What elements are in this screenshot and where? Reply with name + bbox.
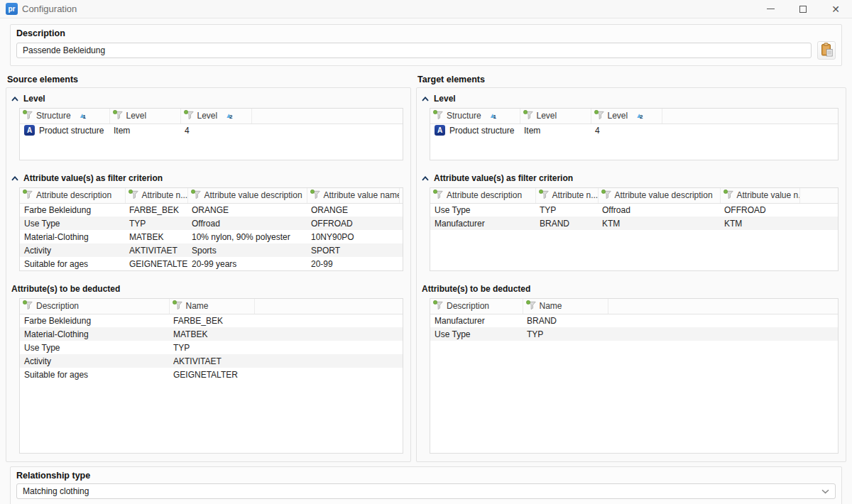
table-cell-filler [608, 327, 838, 341]
column-header[interactable]: Attribute value name [307, 188, 399, 203]
table-row[interactable]: Use TypeTYPOffroadOFFROAD [20, 217, 403, 230]
table-cell: Item [109, 124, 180, 137]
table-cell: 4 [180, 124, 251, 137]
filter-icon[interactable] [433, 190, 443, 201]
column-header[interactable]: Description [430, 299, 523, 314]
table-row[interactable]: ManufacturerBRAND [430, 314, 838, 327]
filter-icon[interactable] [23, 300, 33, 312]
filter-icon[interactable] [23, 110, 33, 121]
column-header[interactable]: Description [20, 299, 169, 314]
table-row[interactable]: AProduct structureItem4 [430, 124, 838, 137]
table-cell: TYP [169, 341, 254, 354]
filter-icon[interactable] [129, 190, 138, 201]
table-row[interactable]: Farbe BekleidungFARBE_BEK [20, 314, 403, 327]
description-group: Description [10, 24, 842, 66]
close-button[interactable]: ✕ [819, 0, 852, 18]
cell-text: Use Type [24, 219, 60, 229]
column-header[interactable]: Level▲2 [180, 109, 251, 124]
column-header[interactable]: Attribute value n... [720, 188, 799, 203]
filter-icon[interactable] [433, 110, 443, 121]
section-header-target-filter[interactable]: Attribute value(s) as filter criterion [422, 173, 839, 183]
maximize-icon [799, 6, 807, 13]
table-cell: Manufacturer [430, 217, 535, 230]
maximize-button[interactable] [787, 0, 819, 18]
column-header[interactable]: Level [109, 109, 180, 124]
table-cell: TYP [535, 203, 598, 217]
table-cell: KTM [598, 217, 720, 230]
filter-icon[interactable] [433, 300, 443, 312]
column-header[interactable]: Structure▲1 [20, 109, 109, 124]
table-row[interactable]: AProduct structureItem4 [20, 124, 403, 137]
filter-icon[interactable] [539, 190, 549, 201]
cell-text: BRAND [540, 219, 569, 229]
column-header[interactable]: Level▲2 [591, 109, 662, 124]
cell-text: FARBE_BEK [129, 205, 179, 215]
filter-icon[interactable] [523, 110, 533, 121]
table-row[interactable]: Material-ClothingMATBEK10% nylon, 90% po… [20, 230, 403, 243]
section-header-source-level[interactable]: Level [11, 94, 404, 104]
column-header[interactable]: Name [523, 299, 608, 314]
table-cell: Use Type [430, 203, 535, 217]
attribute-type-icon: A [24, 125, 35, 136]
table-cell-filler [251, 124, 403, 137]
table-row[interactable]: ManufacturerBRANDKTMKTM [430, 217, 838, 230]
table-row[interactable]: ActivityAKTIVITAETSportsSPORT [20, 243, 403, 257]
cell-text: MATBEK [173, 329, 207, 339]
table-cell: 10% nylon, 90% polyester [187, 230, 307, 243]
column-header-label: Structure [36, 111, 71, 121]
column-header-label: Level [537, 111, 557, 121]
filter-icon[interactable] [184, 110, 194, 121]
filter-icon[interactable] [723, 190, 733, 201]
cell-text: ORANGE [311, 205, 348, 215]
table-cell: Material-Clothing [20, 230, 125, 243]
table-cell: MATBEK [125, 230, 187, 243]
description-input[interactable] [16, 43, 812, 58]
app-icon: pr [6, 3, 18, 15]
table-row[interactable]: Use TypeTYP [20, 341, 403, 354]
collapse-chevron-icon [422, 173, 429, 183]
section-header-source-filter[interactable]: Attribute value(s) as filter criterion [11, 173, 404, 183]
column-header[interactable]: Name [169, 299, 254, 314]
table-row[interactable]: Use TypeTYP [430, 327, 838, 341]
table-cell: Item [520, 124, 591, 137]
filter-icon[interactable] [310, 190, 320, 201]
filter-icon[interactable] [191, 190, 201, 201]
section-header-target-level[interactable]: Level [422, 94, 839, 104]
minimize-button[interactable] [754, 0, 787, 18]
column-header[interactable]: Attribute description [430, 188, 535, 203]
table-cell-filler [254, 354, 403, 368]
cell-text: Farbe Bekleidung [24, 205, 91, 215]
relationship-type-select[interactable]: Matching clothing [16, 483, 836, 499]
column-header[interactable]: Structure▲1 [430, 109, 520, 124]
table-row[interactable]: ActivityAKTIVITAET [20, 354, 403, 368]
column-header[interactable]: Attribute value description [598, 188, 720, 203]
table-cell: ORANGE [187, 203, 307, 217]
table-row[interactable]: Material-ClothingMATBEK [20, 327, 403, 341]
table-cell: GEIGNETALTER [169, 368, 254, 381]
table-cell: FARBE_BEK [169, 314, 254, 327]
paste-button[interactable] [817, 41, 836, 60]
table-row[interactable]: Suitable for agesGEIGNETALTER [20, 368, 403, 381]
filter-icon[interactable] [526, 300, 536, 312]
filter-icon[interactable] [23, 190, 33, 201]
dialog-body: Description Sour [0, 18, 852, 504]
table-row[interactable]: Use TypeTYPOffroadOFFROAD [430, 203, 838, 217]
table-cell: Sports [187, 243, 307, 257]
sort-order-icon: ▲2 [225, 112, 232, 119]
column-header[interactable]: Attribute n... [535, 188, 598, 203]
column-header[interactable]: Attribute n... [125, 188, 187, 203]
table-cell-filler [662, 124, 838, 137]
column-header[interactable]: Attribute description [20, 188, 125, 203]
filter-icon[interactable] [594, 110, 604, 121]
table-cell-filler [399, 257, 403, 270]
table-row[interactable]: Farbe BekleidungFARBE_BEKORANGEORANGE [20, 203, 403, 217]
table-row[interactable]: Suitable for agesGEIGNETALTER20-99 years… [20, 257, 403, 270]
collapse-chevron-icon [422, 94, 429, 104]
cell-text: 20-99 [311, 259, 333, 269]
filter-icon[interactable] [113, 110, 123, 121]
table-cell: BRAND [535, 217, 598, 230]
column-header[interactable]: Level [520, 109, 591, 124]
filter-icon[interactable] [173, 300, 182, 312]
column-header[interactable]: Attribute value description [187, 188, 307, 203]
filter-icon[interactable] [601, 190, 611, 201]
